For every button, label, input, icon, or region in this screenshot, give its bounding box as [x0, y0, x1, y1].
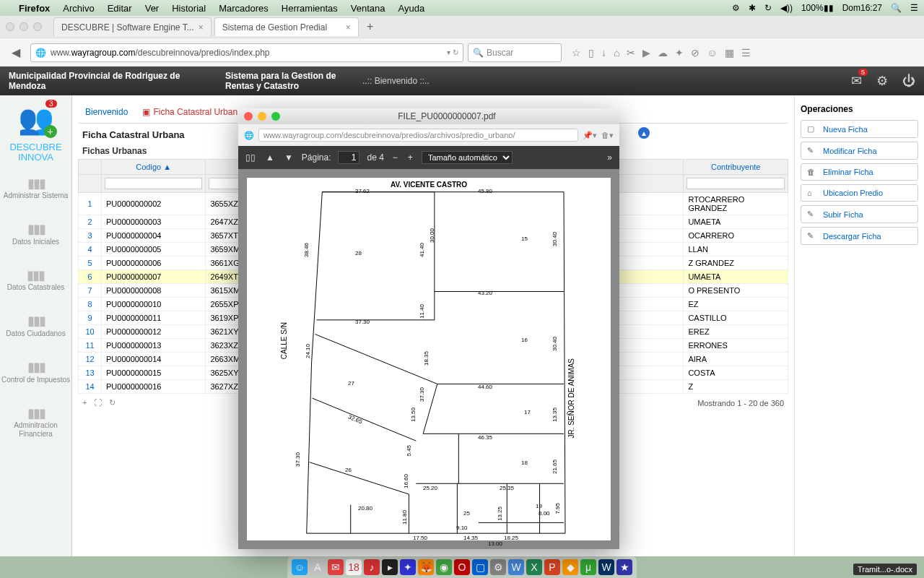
new-tab-button[interactable]: + — [362, 18, 379, 35]
opera-icon[interactable]: O — [454, 559, 470, 575]
filter-codigo[interactable] — [105, 178, 202, 189]
col-num[interactable] — [79, 160, 102, 175]
minimize-icon[interactable] — [258, 112, 266, 121]
pdf-content[interactable]: AV. VICENTE CASTRO — [238, 169, 619, 549]
menu-icon[interactable]: ☰ — [910, 3, 918, 13]
user-avatar[interactable]: 👥 3 + — [18, 103, 54, 137]
safari-icon[interactable]: ✦ — [400, 559, 416, 575]
menu-icon[interactable]: ☰ — [741, 47, 751, 59]
sidebar-item-admin[interactable]: ▮▮▮Administrar Sistema — [4, 176, 68, 201]
refresh-icon[interactable]: ↻ — [109, 398, 116, 407]
window-controls[interactable] — [6, 22, 42, 31]
chrome-icon[interactable]: ◉ — [436, 559, 452, 575]
sidebar-item-datos-ciudadanos[interactable]: ▮▮▮Datos Ciudadanos — [6, 314, 65, 338]
excel-icon[interactable]: X — [526, 559, 542, 575]
yt-icon[interactable]: ▶ — [642, 47, 650, 59]
wifi-icon[interactable]: ⚙ — [732, 3, 740, 13]
apps-icon[interactable]: ▦ — [725, 47, 734, 59]
address-bar[interactable]: 🌐 www.wayragroup.com/descubreinnova/pred… — [30, 43, 463, 62]
download-icon[interactable]: ↓ — [601, 47, 606, 59]
terminal-icon[interactable]: ▸ — [382, 559, 398, 575]
reader-icon[interactable]: ▯ — [588, 47, 594, 59]
face-icon[interactable]: ☺ — [707, 47, 717, 59]
browser-tab-0[interactable]: DESCUBRE | Software Engine T... × — [53, 17, 212, 36]
zoom-in-icon[interactable]: + — [406, 152, 414, 163]
page-input[interactable] — [338, 151, 359, 164]
expand-icon[interactable]: ⛶ — [94, 398, 102, 407]
home-icon[interactable]: ⌂ — [614, 47, 619, 59]
close-icon[interactable] — [244, 112, 253, 121]
cut-icon[interactable]: ✂ — [627, 47, 635, 59]
op-eliminar-ficha[interactable]: 🗑Eliminar Ficha — [801, 163, 918, 181]
vbox-icon[interactable]: ▢ — [472, 559, 488, 575]
word-icon[interactable]: W — [508, 559, 524, 575]
menu-herramientas[interactable]: Herramientas — [282, 3, 338, 14]
cloud-icon[interactable]: ☁ — [658, 47, 668, 59]
menu-historial[interactable]: Historial — [172, 3, 206, 14]
back-button[interactable]: ◀ — [6, 43, 26, 63]
addon-icon[interactable]: ✦ — [675, 47, 684, 59]
zoom-out-icon[interactable]: − — [391, 152, 399, 163]
bookmark-icon[interactable]: ☆ — [572, 47, 581, 59]
calendar-icon[interactable]: 18 — [346, 559, 362, 575]
pin-icon[interactable]: 📌▾ — [583, 131, 597, 140]
add-icon[interactable]: + — [82, 398, 87, 407]
tools-icon[interactable]: » — [606, 152, 614, 163]
next-page-icon[interactable]: ▼ — [283, 152, 295, 163]
clock[interactable]: Dom 16:27 — [842, 3, 882, 13]
sidebar-item-admin-financiera[interactable]: ▮▮▮Adminitracion Financiera — [0, 406, 71, 439]
ppt-icon[interactable]: P — [544, 559, 560, 575]
op-nueva-ficha[interactable]: ▢Nueva Ficha — [801, 120, 918, 138]
finder-icon[interactable]: ☺ — [292, 559, 308, 575]
spotlight-icon[interactable]: 🔍 — [891, 3, 902, 13]
zoom-select[interactable]: Tamaño automático — [422, 151, 513, 164]
battery-status[interactable]: 100% ▮▮ — [801, 3, 834, 13]
app3-icon[interactable]: ★ — [616, 559, 632, 575]
menu-marcadores[interactable]: Marcadores — [219, 3, 269, 14]
menu-ayuda[interactable]: Ayuda — [398, 3, 425, 14]
appstore-icon[interactable]: A — [310, 559, 326, 575]
op-subir-ficha[interactable]: ✎Subir Ficha — [801, 205, 918, 223]
minimized-doc[interactable]: Tramit...o-.docx — [853, 564, 917, 575]
dropdown-icon[interactable]: ▾ ↻ — [447, 48, 458, 56]
close-icon[interactable]: × — [346, 22, 351, 33]
mail-icon[interactable]: ✉5 — [851, 73, 862, 89]
menu-editar[interactable]: Editar — [108, 3, 132, 14]
volume-icon[interactable]: ◀)) — [780, 3, 793, 13]
firefox-icon[interactable]: 🦊 — [418, 559, 434, 575]
menu-ventana[interactable]: Ventana — [351, 3, 385, 14]
power-icon[interactable]: ⏻ — [902, 74, 915, 89]
app-icon[interactable]: ◆ — [562, 559, 578, 575]
sidebar-item-datos-catastrales[interactable]: ▮▮▮Datos Catastrales — [7, 268, 64, 293]
sidebar-toggle-icon[interactable]: ▯▯ — [244, 152, 257, 163]
browser-tab-1[interactable]: Sistema de Gestion Predial × — [214, 17, 359, 36]
pdf-url-field[interactable]: www.wayragroup.com/descubreinnova/predio… — [258, 129, 578, 142]
block-icon[interactable]: ⊘ — [691, 47, 699, 59]
tab-ficha-catastral[interactable]: ▣Ficha Catastral Urban — [141, 104, 239, 120]
trash-icon[interactable]: 🗑▾ — [601, 131, 614, 140]
macos-dock[interactable]: ☺ A ✉ 18 ♪ ▸ ✦ 🦊 ◉ O ▢ ⚙ W X P ◆ μ W ★ — [287, 556, 637, 578]
settings-icon[interactable]: ⚙ — [490, 559, 506, 575]
prev-page-icon[interactable]: ▲ — [264, 152, 276, 163]
col-codigo[interactable]: Codigo ▲ — [102, 160, 206, 175]
op-ubicacion-predio[interactable]: ⌂Ubicacion Predio — [801, 184, 918, 202]
op-descargar-ficha[interactable]: ✎Descargar Ficha — [801, 227, 918, 245]
app2-icon[interactable]: W — [598, 559, 614, 575]
itunes-icon[interactable]: ♪ — [364, 559, 380, 575]
app-menu[interactable]: Firefox — [19, 3, 50, 14]
zoom-icon[interactable] — [271, 112, 280, 121]
filter-contrib[interactable] — [687, 178, 785, 189]
sidebar-item-control-impuestos[interactable]: ▮▮▮Control de Impuestos — [1, 360, 70, 384]
op-modificar-ficha[interactable]: ✎Modificar Ficha — [801, 142, 918, 160]
search-bar[interactable]: 🔍 Buscar — [468, 43, 562, 62]
menu-archivo[interactable]: Archivo — [63, 3, 94, 14]
utorrent-icon[interactable]: μ — [580, 559, 596, 575]
sync-icon[interactable]: ↻ — [764, 3, 772, 13]
bluetooth-icon[interactable]: ✱ — [749, 3, 756, 13]
sidebar-item-datos-iniciales[interactable]: ▮▮▮Datos Iniciales — [12, 222, 59, 246]
collapse-button[interactable]: ▲ — [638, 127, 650, 139]
mail-icon[interactable]: ✉ — [328, 559, 344, 575]
menu-ver[interactable]: Ver — [145, 3, 160, 14]
gear-icon[interactable]: ⚙ — [876, 73, 888, 89]
tab-bienvenido[interactable]: Bienvenido — [84, 104, 129, 120]
